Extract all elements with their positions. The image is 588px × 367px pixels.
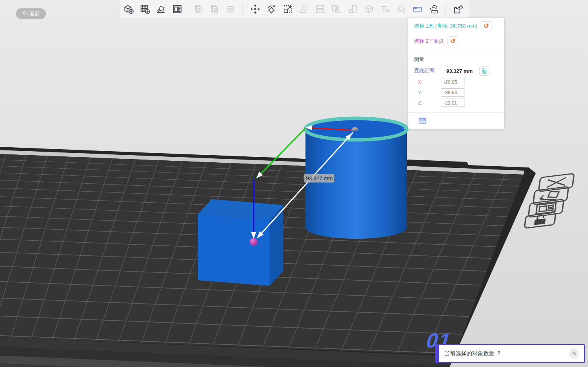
color-paint-icon	[396, 4, 407, 15]
toolbar-separator	[243, 4, 243, 14]
assembly-view-icon[interactable]	[428, 4, 439, 15]
measure-icon[interactable]	[412, 4, 423, 15]
keyboard-input-button[interactable]	[419, 118, 426, 124]
import-zero-icon	[193, 4, 204, 15]
split-icon	[315, 4, 326, 15]
reset-selection2-button[interactable]: ↺	[448, 36, 458, 46]
axis-y-label: Y:	[414, 89, 441, 95]
add-object-icon[interactable]	[123, 4, 134, 15]
back-button[interactable]: 返回	[16, 8, 46, 19]
measure-panel: 选择 1圆 (直径: 36.750 mm) ↺ 选择 2平面点 ↺ 测量 直线距…	[408, 18, 504, 129]
rotate-icon[interactable]	[266, 4, 277, 15]
plane-point-marker	[250, 238, 258, 246]
cylinder-body	[305, 129, 407, 239]
fill-region-icon	[347, 4, 358, 15]
text-shape-icon	[379, 4, 391, 15]
distance-label: 93.327 mm	[304, 174, 334, 183]
axis-z-row: Z:	[408, 98, 504, 108]
toolbar-separator	[446, 4, 446, 14]
measure-section-title: 测量	[408, 51, 504, 65]
back-button-label: 返回	[30, 10, 40, 17]
distance-value: 93.327 mm	[446, 68, 473, 74]
axis-z-field[interactable]	[441, 99, 465, 107]
axis-y-field[interactable]	[441, 88, 465, 97]
notification-bar: 当前选择的对象数量: 2 ✕	[435, 344, 585, 363]
distance-row: 直线距离 93.327 mm	[408, 65, 504, 77]
notification-text: 当前选择的对象数量: 2	[439, 350, 569, 357]
move-icon[interactable]	[250, 4, 261, 15]
selection2-row: 选择 2平面点 ↺	[408, 34, 504, 48]
boolean-icon	[331, 4, 342, 15]
application-window: 01	[0, 0, 588, 367]
cube-model[interactable]	[198, 199, 283, 286]
arrange-icon[interactable]	[172, 4, 183, 15]
auto-orient-icon[interactable]	[156, 4, 167, 15]
build-plate[interactable]	[0, 147, 588, 367]
scale-icon[interactable]	[282, 4, 293, 15]
lay-on-face-icon	[298, 4, 309, 15]
copy-distance-button[interactable]	[479, 66, 489, 76]
import-p-icon	[209, 4, 220, 15]
selection1-label: 选择 1圆 (直径: 36.750 mm)	[414, 23, 477, 30]
main-toolbar	[120, 0, 469, 18]
axis-x-field[interactable]	[441, 78, 465, 86]
distance-label: 直线距离	[414, 67, 438, 74]
selection1-row: 选择 1圆 (直径: 36.750 mm) ↺	[408, 19, 504, 33]
close-x-icon	[547, 178, 565, 187]
axis-z-label: Z:	[414, 100, 441, 106]
axis-y-row: Y:	[408, 87, 504, 97]
axis-x-label: X:	[414, 79, 441, 85]
cube-front-face	[198, 214, 269, 286]
back-arrow-icon	[22, 11, 28, 16]
svg-text:93.327 mm: 93.327 mm	[306, 175, 333, 181]
selection2-label: 选择 2平面点	[414, 38, 444, 45]
notification-accent	[436, 345, 439, 362]
copy-icon	[482, 68, 487, 74]
seam-paint-icon	[363, 4, 374, 15]
split-objects-icon[interactable]	[453, 4, 464, 15]
axis-x-row: X:	[408, 77, 504, 87]
list-view-icon	[225, 4, 236, 15]
add-plate-icon[interactable]	[139, 4, 150, 15]
keyboard-icon	[419, 118, 426, 124]
reset-selection1-button[interactable]: ↺	[481, 21, 491, 31]
notification-close-button[interactable]: ✕	[569, 348, 579, 359]
